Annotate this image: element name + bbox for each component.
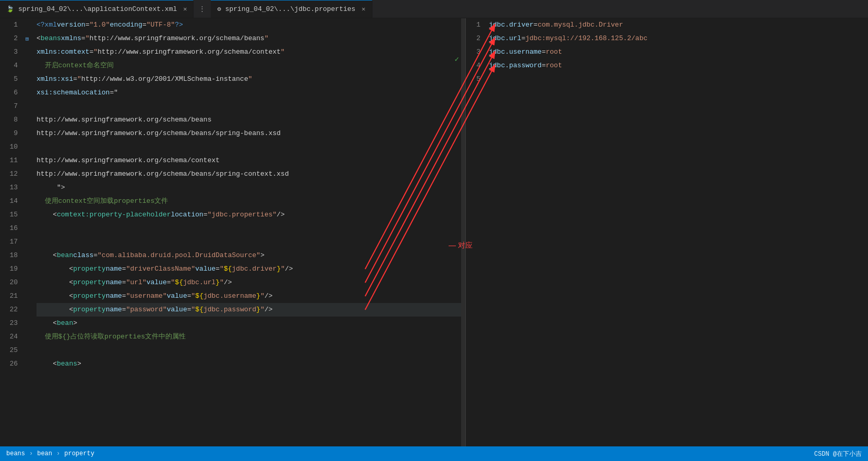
breadcrumb-beans: beans xyxy=(6,450,25,457)
xml-file-icon: 🍃 xyxy=(6,5,14,13)
code-line: http://www.springframework.org/schema/be… xyxy=(37,167,465,181)
code-line: "> xyxy=(37,181,465,195)
prop-value: jdbc:mysql://192.168.125.2/abc xyxy=(525,32,647,45)
code-line: jdbc.driver=com.mysql.jdbc.Driver xyxy=(489,18,868,32)
code-line: <property name="driverClassName" value="… xyxy=(37,262,465,276)
tab-right-close[interactable]: ✕ xyxy=(361,5,365,13)
prop-key: jdbc.username xyxy=(489,45,541,59)
code-line xyxy=(37,344,465,357)
line-number: 1 xyxy=(466,18,480,32)
tab-bar: 🍃 spring_04_02\...\applicationContext.xm… xyxy=(0,0,868,18)
code-line: <beans> xyxy=(37,357,465,371)
code-line: <comtext:property-placeholder location="… xyxy=(37,208,465,222)
line-number: 16 xyxy=(2,222,18,235)
tab-right[interactable]: ⚙ spring_04_02\...\jdbc.properties ✕ xyxy=(211,0,372,18)
line-number: 24 xyxy=(2,330,18,344)
scrollbar-left[interactable] xyxy=(461,18,465,446)
tab-left-close[interactable]: ✕ xyxy=(183,5,187,13)
code-line: http://www.springframework.org/schema/co… xyxy=(37,154,465,167)
breadcrumb-arrow-1: › xyxy=(29,450,33,457)
tab-left[interactable]: 🍃 spring_04_02\...\applicationContext.xm… xyxy=(0,0,194,18)
breadcrumb-property: property xyxy=(64,450,94,457)
status-bar: beans › bean › property CSDN @在下小吉 xyxy=(0,446,868,461)
line-numbers-right: 12345 xyxy=(466,18,485,446)
line-number: 10 xyxy=(2,140,18,154)
line-number: 14 xyxy=(2,195,18,208)
line-number: 17 xyxy=(2,235,18,249)
comment-text: 开启context命名空间 xyxy=(37,59,114,72)
line-number: 12 xyxy=(2,167,18,181)
code-content-right[interactable]: jdbc.driver=com.mysql.jdbc.Driverjdbc.ur… xyxy=(485,18,868,446)
expand-icon: ⊞ xyxy=(26,35,29,42)
settings-icon: ⚙ xyxy=(217,5,221,13)
breadcrumb-bean: bean xyxy=(37,450,52,457)
code-line: <property name="password" value="${jdbc.… xyxy=(37,303,465,317)
line-number: 2 xyxy=(466,32,480,45)
editors-container: 1234567891011121314151617181920212223242… xyxy=(0,18,868,446)
line-number: 21 xyxy=(2,289,18,303)
code-area-left: 1234567891011121314151617181920212223242… xyxy=(0,18,465,446)
status-right-text: CSDN @在下小吉 xyxy=(814,450,862,458)
prop-value: com.mysql.jdbc.Driver xyxy=(538,18,623,32)
tab-right-label: spring_04_02\...\jdbc.properties xyxy=(225,5,356,13)
code-line: 使用context空间加载properties文件 xyxy=(37,195,465,208)
editor-right: 12345 jdbc.driver=com.mysql.jdbc.Driverj… xyxy=(466,18,868,446)
code-line xyxy=(37,100,465,113)
code-line: jdbc.username=root xyxy=(489,45,868,59)
line-number: 4 xyxy=(2,59,18,72)
line-numbers-left: 1234567891011121314151617181920212223242… xyxy=(0,18,22,446)
line-number: 22 xyxy=(2,303,18,317)
line-number: 23 xyxy=(2,317,18,330)
code-line: <property name="username" value="${jdbc.… xyxy=(37,289,465,303)
code-line xyxy=(489,72,868,86)
tab-more-icon: ⋮ xyxy=(199,5,206,13)
line-number: 6 xyxy=(2,86,18,100)
line-number: 19 xyxy=(2,262,18,276)
code-line xyxy=(37,235,465,249)
code-content-left[interactable]: <?xml version="1.0" encoding="UTF-8"?><b… xyxy=(32,18,465,446)
line-number: 9 xyxy=(2,127,18,140)
code-line: xsi:schemaLocation=" xyxy=(37,86,465,100)
line-number: 18 xyxy=(2,249,18,262)
line-number: 5 xyxy=(466,72,480,86)
code-line: <bean class="com.alibaba.druid.pool.Drui… xyxy=(37,249,465,262)
line-number: 7 xyxy=(2,100,18,113)
gutter-left: ⊞ xyxy=(22,18,32,446)
line-number: 8 xyxy=(2,113,18,127)
line-number: 5 xyxy=(2,72,18,86)
prop-equals: = xyxy=(541,45,546,59)
line-number: 2 xyxy=(2,32,18,45)
line-number: 15 xyxy=(2,208,18,222)
code-line: <beans xmlns="http://www.springframework… xyxy=(37,32,465,45)
comment-text: 使用${}占位符读取properties文件中的属性 xyxy=(37,330,186,344)
line-number: 3 xyxy=(466,45,480,59)
code-line: http://www.springframework.org/schema/be… xyxy=(37,113,465,127)
line-number: 26 xyxy=(2,357,18,371)
status-breadcrumb: beans › bean › property xyxy=(6,450,94,457)
checkmark-icon: ✓ xyxy=(455,55,459,64)
comment-text: 使用context空间加载properties文件 xyxy=(37,195,168,208)
tab-more-button[interactable]: ⋮ xyxy=(194,0,211,18)
code-line: <?xml version="1.0" encoding="UTF-8"?> xyxy=(37,18,465,32)
code-line xyxy=(37,222,465,235)
tab-left-label: spring_04_02\...\applicationContext.xml xyxy=(18,5,177,13)
prop-equals: = xyxy=(534,18,538,32)
prop-key: jdbc.password xyxy=(489,59,541,72)
code-line: 使用${}占位符读取properties文件中的属性 xyxy=(37,330,465,344)
code-line: xmlns:xsi="http://www.w3.org/2001/XMLSch… xyxy=(37,72,465,86)
line-number: 20 xyxy=(2,276,18,289)
line-number: 25 xyxy=(2,344,18,357)
code-line: jdbc.url=jdbc:mysql://192.168.125.2/abc xyxy=(489,32,868,45)
code-line: jdbc.password=root xyxy=(489,59,868,72)
code-area-right: 12345 jdbc.driver=com.mysql.jdbc.Driverj… xyxy=(466,18,868,446)
prop-equals: = xyxy=(521,32,525,45)
prop-value: root xyxy=(546,59,562,72)
code-line: <bean> xyxy=(37,317,465,330)
breadcrumb-arrow-2: › xyxy=(56,450,60,457)
code-line xyxy=(37,140,465,154)
code-line: <property name="url" value="${jdbc.url}"… xyxy=(37,276,465,289)
code-line: xmlns:comtext="http://www.springframewor… xyxy=(37,45,465,59)
prop-key: jdbc.driver xyxy=(489,18,534,32)
line-number: 11 xyxy=(2,154,18,167)
line-number: 1 xyxy=(2,18,18,32)
